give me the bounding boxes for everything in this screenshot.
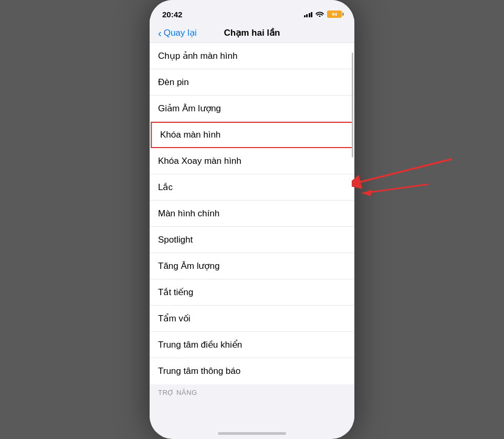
list-item[interactable]: Tắt tiếng [150,279,354,306]
list-item-label: Trung tâm điều khiển [158,339,242,350]
list-item[interactable]: Giảm Âm lượng [150,96,354,122]
status-time: 20:42 [162,10,182,19]
list-item-label: Đèn pin [158,77,189,88]
list-item-label: Spotlight [158,235,193,245]
battery-icon: 94 [327,11,342,18]
status-icons: 94 [304,11,342,18]
list-item[interactable]: Màn hình chính [150,201,354,227]
svg-line-3 [357,159,452,183]
list-item-label: Tắt tiếng [158,287,193,298]
list-item[interactable]: Khóa Xoay màn hình [150,148,354,174]
list-item[interactable]: Lắc [150,174,354,201]
svg-marker-1 [362,190,372,196]
battery-level: 94 [332,12,337,17]
back-label[interactable]: Quay lại [164,27,197,38]
action-list: Chụp ảnh màn hình Đèn pin Giảm Âm lượng … [150,43,354,384]
status-bar: 20:42 94 [150,0,354,25]
page-title: Chạm hai lần [224,27,280,38]
list-item-spotlight[interactable]: Spotlight [150,227,354,253]
back-chevron-icon: ‹ [158,28,162,38]
list-item[interactable]: Chụp ảnh màn hình [150,43,354,69]
home-indicator [218,432,286,435]
content-area[interactable]: Chụp ảnh màn hình Đèn pin Giảm Âm lượng … [150,43,354,432]
list-item-label: Lắc [158,182,173,193]
list-item[interactable]: Trung tâm điều khiển [150,332,354,358]
svg-line-0 [362,184,428,193]
list-item-label: Khóa Xoay màn hình [158,156,242,166]
list-item-label: Tẩm vối [158,313,191,324]
red-arrow-annotation [346,182,430,203]
list-item-khoa-man-hinh[interactable]: Khóa màn hình [151,122,353,148]
list-item-label: Màn hình chính [158,208,219,219]
phone-container: 20:42 94 [150,0,354,439]
list-item[interactable]: Tẩm vối [150,306,354,332]
list-item-label: Khóa màn hình [160,130,220,140]
wifi-icon [316,11,324,18]
scroll-indicator[interactable] [352,53,353,158]
back-button[interactable]: ‹ Quay lại [158,27,197,38]
list-item[interactable]: Tăng Âm lượng [150,253,354,279]
list-item-label: Tăng Âm lượng [158,260,219,271]
nav-bar: ‹ Quay lại Chạm hai lần [150,25,354,43]
signal-icon [304,11,313,17]
list-item-label: Giảm Âm lượng [158,103,221,114]
red-arrow-diagonal [352,156,457,198]
list-item-label: Trung tâm thông báo [158,366,240,377]
section-footer-label: TRỢ NĂNG [158,389,197,396]
section-footer: TRỢ NĂNG [150,384,354,399]
list-item-label: Chụp ảnh màn hình [158,50,237,61]
list-item[interactable]: Trung tâm thông báo [150,358,354,384]
list-item[interactable]: Đèn pin [150,69,354,96]
